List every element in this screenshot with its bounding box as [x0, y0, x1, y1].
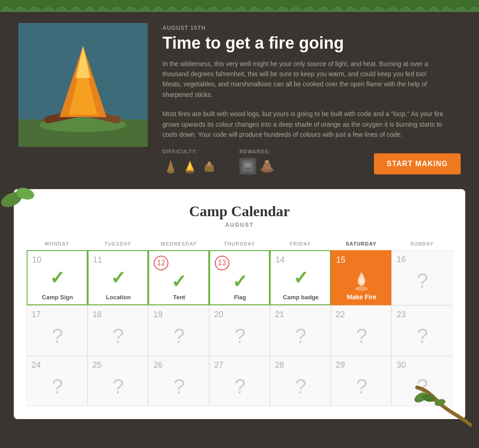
- cell-question-18: ?: [113, 326, 124, 346]
- calendar-cell-18: 18 ?: [88, 305, 149, 356]
- difficulty-icon-3: [201, 158, 217, 174]
- cell-date-17: 17: [32, 310, 41, 319]
- hero-section: AUGUST 15TH Time to get a fire going In …: [0, 12, 479, 189]
- difficulty-icons: [162, 158, 217, 174]
- cell-label-12: Tent: [173, 294, 185, 301]
- cell-label-15: Make Fire: [347, 293, 377, 301]
- cell-date-circle-13: 13: [215, 256, 229, 270]
- cell-date-24: 24: [32, 361, 41, 369]
- cell-check-10: ✓: [50, 269, 65, 287]
- calendar-cell-14[interactable]: 14 ✓ Camp badge: [270, 250, 331, 305]
- cell-date-10: 10: [32, 256, 41, 264]
- cell-date-21: 21: [275, 310, 284, 319]
- calendar-cell-21: 21 ?: [270, 305, 331, 356]
- calendar-cell-27: 27 ?: [209, 356, 270, 406]
- cell-date-25: 25: [93, 361, 102, 369]
- cell-date-18: 18: [93, 310, 102, 319]
- reward-icon-2: [259, 158, 275, 174]
- difficulty-icon-1: [162, 158, 179, 174]
- hero-description-1: In the wilderness, this very well might …: [162, 59, 447, 100]
- day-tuesday: TUESDAY: [88, 237, 149, 250]
- svg-point-20: [265, 160, 269, 163]
- cell-question-26: ?: [173, 376, 184, 397]
- svg-rect-16: [208, 162, 211, 165]
- cell-check-13: ✓: [232, 272, 248, 291]
- cell-question-21: ?: [295, 326, 306, 346]
- cell-date-circle-12: 12: [154, 256, 168, 270]
- cell-date-num-12: 12: [157, 259, 165, 267]
- cell-question-23: ?: [417, 326, 428, 346]
- cell-date-26: 26: [153, 361, 162, 369]
- cell-question-19: ?: [173, 326, 184, 346]
- calendar-cell-23: 23 ?: [391, 305, 452, 356]
- cell-question-17: ?: [52, 326, 63, 346]
- hero-meta-section: DIFFICULTY:: [162, 149, 461, 174]
- cell-date-27: 27: [214, 361, 223, 369]
- cell-date-14: 14: [275, 256, 284, 264]
- calendar-cell-19: 19 ?: [148, 305, 209, 356]
- hero-description-2: Most fires are built with wood logs, but…: [162, 109, 447, 140]
- hero-meta-left: DIFFICULTY:: [162, 149, 275, 174]
- svg-rect-18: [245, 163, 251, 168]
- hero-image: [18, 23, 148, 147]
- day-wednesday: WEDNESDAY: [148, 237, 209, 250]
- day-thursday: THURSDAY: [209, 237, 270, 250]
- cell-label-10: Camp Sign: [42, 294, 73, 301]
- cell-date-23: 23: [396, 310, 406, 319]
- calendar-cell-20: 20 ?: [209, 305, 270, 356]
- cell-question-20: ?: [234, 326, 245, 346]
- cell-question-30: ?: [417, 376, 428, 397]
- hero-date: AUGUST 15TH: [162, 25, 461, 31]
- cell-date-29: 29: [336, 361, 345, 369]
- calendar-body: 10 ✓ Camp Sign 11 ✓ Location 12 ✓ Tent 1…: [27, 250, 452, 406]
- cell-date-28: 28: [275, 361, 284, 369]
- day-sunday: SUNDAY: [391, 237, 452, 250]
- cell-question-24: ?: [52, 376, 63, 397]
- calendar-cell-16: 16 ?: [391, 250, 452, 305]
- rewards-group: REWARDS:: [240, 149, 275, 174]
- cell-question-16: ?: [417, 271, 428, 291]
- calendar-section: Camp Calendar AUGUST MONDAY TUESDAY WEDN…: [14, 189, 465, 419]
- reward-icon-1: [240, 158, 256, 174]
- calendar-cell-17: 17 ?: [27, 305, 88, 356]
- calendar-cell-13[interactable]: 13 ✓ Flag: [209, 250, 270, 305]
- rewards-label: REWARDS:: [240, 149, 275, 154]
- cell-date-22: 22: [336, 310, 345, 319]
- calendar-cell-22: 22 ?: [331, 305, 392, 356]
- difficulty-icon-2: [182, 158, 198, 174]
- calendar-cell-15[interactable]: 15 Make Fire: [331, 250, 392, 305]
- start-making-button[interactable]: START MAKING: [374, 153, 461, 174]
- difficulty-label: DIFFICULTY:: [162, 149, 217, 154]
- calendar-cell-28: 28 ?: [270, 356, 331, 406]
- day-monday: MONDAY: [27, 237, 88, 250]
- calendar-cell-12[interactable]: 12 ✓ Tent: [148, 250, 209, 305]
- calendar-header: MONDAY TUESDAY WEDNESDAY THURSDAY FRIDAY…: [27, 237, 452, 250]
- cell-label-13: Flag: [234, 294, 246, 301]
- top-leaf-border: [0, 0, 479, 12]
- calendar-cell-10[interactable]: 10 ✓ Camp Sign: [27, 250, 88, 305]
- cell-check-14: ✓: [293, 269, 309, 287]
- day-saturday: SATURDAY: [331, 237, 392, 250]
- calendar-cell-26: 26 ?: [148, 356, 209, 406]
- day-friday: FRIDAY: [270, 237, 331, 250]
- cell-question-29: ?: [356, 376, 367, 397]
- cell-label-11: Location: [106, 294, 131, 301]
- calendar-cell-29: 29 ?: [331, 356, 392, 406]
- cell-date-num-13: 13: [218, 259, 226, 267]
- cell-date-20: 20: [214, 310, 223, 319]
- cell-date-11: 11: [93, 256, 102, 264]
- svg-marker-9: [167, 160, 174, 172]
- hero-title: Time to get a fire going: [162, 34, 461, 52]
- hero-content: AUGUST 15TH Time to get a fire going In …: [162, 23, 461, 174]
- calendar-cell-25: 25 ?: [88, 356, 149, 406]
- cell-date-19: 19: [153, 310, 162, 319]
- calendar-cell-30: 30 ?: [391, 356, 452, 406]
- cell-question-27: ?: [234, 376, 245, 397]
- cell-check-12: ✓: [171, 272, 187, 291]
- rewards-icons: [240, 158, 275, 174]
- fire-icon-cell: [351, 269, 373, 293]
- calendar-cell-11[interactable]: 11 ✓ Location: [88, 250, 149, 305]
- cell-question-28: ?: [295, 376, 306, 397]
- cell-date-16: 16: [396, 255, 406, 263]
- cell-question-25: ?: [113, 376, 124, 397]
